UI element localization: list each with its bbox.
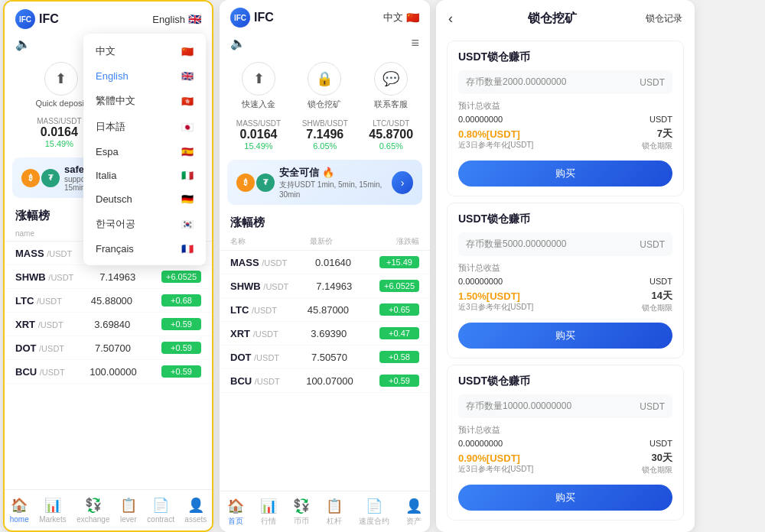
action-lock-mining[interactable]: 🔒 锁仓挖矿 <box>308 62 341 110</box>
banner[interactable]: ₿ ₮ 安全可信 🔥 支持USDT 1min, 5min, 15min, 30m… <box>227 160 422 205</box>
nav-markets[interactable]: 📊 行情 <box>260 498 277 527</box>
mass-value: 0.0164 <box>236 128 281 141</box>
nav-exchange[interactable]: 💱 币币 <box>293 498 310 527</box>
nav-contract[interactable]: 📄 contract <box>147 497 174 524</box>
table-row[interactable]: DOT /USDT 7.50700 +0.59 <box>5 336 212 360</box>
change-badge: +0.59 <box>161 365 201 378</box>
lang-item-spanish[interactable]: Espa🇪🇸 <box>83 140 206 164</box>
profit-label-3: 预计总收益 <box>458 424 500 436</box>
table-row[interactable]: SHWB /USDT 7.14963 +6.0525 <box>5 265 212 289</box>
logo-area: IFC IFC <box>230 8 274 28</box>
price-mass: MASS/USDT 0.0164 15.49% <box>236 119 281 151</box>
lang-item-traditional[interactable]: 繁體中文🇭🇰 <box>83 88 206 114</box>
rate-sub-1: 近3日参考年化[USDT] <box>458 140 533 151</box>
header: IFC IFC 中文 🇨🇳 <box>220 0 430 32</box>
hamburger-icon[interactable]: ≡ <box>411 35 419 51</box>
mass-change: 15.49% <box>236 141 281 151</box>
logo-icon: IFC <box>15 9 35 29</box>
profit-val-row-2: 0.00000000 USDT <box>458 277 672 286</box>
speed-contract-icon: 📄 <box>366 498 382 514</box>
nav-exchange[interactable]: 💱 exchange <box>76 497 109 524</box>
lang-item-english[interactable]: English🇬🇧 <box>83 64 206 88</box>
deposit-currency-2: USDT <box>640 239 665 250</box>
days-val-3: 30天 <box>642 451 672 465</box>
table-row[interactable]: XRT /USDT 3.69390 +0.47 <box>220 322 430 345</box>
coin-name: LTC /USDT <box>230 304 277 316</box>
shwb-value: 7.1496 <box>302 128 348 141</box>
profit-row-3: 预计总收益 <box>458 424 672 436</box>
language-label: 中文 <box>383 11 403 24</box>
nav-assets[interactable]: 👤 assets <box>184 497 207 524</box>
nav-home[interactable]: 🏠 首页 <box>227 498 244 527</box>
lang-item-chinese[interactable]: 中文🇨🇳 <box>83 38 206 64</box>
buy-button-3[interactable]: 购买 <box>458 485 672 511</box>
table-row[interactable]: LTC /USDT 45.87000 +0.65 <box>220 298 430 322</box>
nav-assets-label: 资产 <box>406 516 422 527</box>
logo-text: IFC <box>39 12 59 26</box>
rate-val-2: 1.50%[USDT] <box>458 290 533 302</box>
table-row[interactable]: BCU /USDT 100.07000 +0.59 <box>220 369 430 393</box>
days-val-1: 7天 <box>642 127 672 141</box>
table-row[interactable]: DOT /USDT 7.50570 +0.58 <box>220 345 430 369</box>
coin-name: DOT /USDT <box>230 352 279 363</box>
panel-lock-mining: ‹ 锁仓挖矿 锁仓记录 USDT锁仓赚币 存币数量2000.00000000 U… <box>436 0 695 532</box>
profit-currency-3: USDT <box>649 439 672 448</box>
nav-assets[interactable]: 👤 资产 <box>405 498 422 527</box>
action-deposit[interactable]: ⬆ Quick deposit <box>35 62 86 108</box>
buy-button-2[interactable]: 购买 <box>458 323 672 349</box>
deposit-row-1: 存币数量2000.00000000 USDT <box>458 70 672 94</box>
speaker-row: 🔈 ≡ <box>220 32 430 54</box>
btc-icon: ₿ <box>21 169 40 187</box>
logo-area: IFC IFC <box>15 9 59 29</box>
profit-val-3: 0.00000000 <box>458 439 503 448</box>
deposit-label: 快速入金 <box>242 99 275 110</box>
customer-service-label: 联系客服 <box>374 99 408 110</box>
banner-left: ₿ ₮ 安全可信 🔥 支持USDT 1min, 5min, 15min, 30m… <box>236 166 392 199</box>
change-badge: +6.0525 <box>379 280 419 292</box>
lang-item-korean[interactable]: 한국어공🇰🇷 <box>83 211 206 237</box>
table-row[interactable]: LTC /USDT 45.88000 +0.68 <box>5 289 212 313</box>
language-selector[interactable]: 中文 🇨🇳 <box>383 11 419 24</box>
price-cards: MASS/USDT 0.0164 15.49% SHWB/USDT 7.1496… <box>220 115 430 155</box>
banner-arrow-icon[interactable]: › <box>392 171 413 194</box>
panel-english: IFC IFC English 🇬🇧 中文🇨🇳 English🇬🇧 繁體中文🇭🇰… <box>3 0 213 532</box>
buy-button-1[interactable]: 购买 <box>458 161 672 187</box>
coin-name: LTC /USDT <box>15 295 62 307</box>
back-button[interactable]: ‹ <box>448 11 453 27</box>
assets-icon: 👤 <box>187 497 204 514</box>
lock-cards-list: USDT锁仓赚币 存币数量2000.00000000 USDT 预计总收益 0.… <box>436 34 695 521</box>
nav-home[interactable]: 🏠 home <box>10 497 29 524</box>
rate-row-1: 0.80%[USDT] 近3日参考年化[USDT] 7天 锁仓期限 <box>458 127 672 151</box>
banner-icons: ₿ ₮ <box>236 174 275 192</box>
action-customer-service[interactable]: 💬 联系客服 <box>374 62 408 110</box>
nav-markets-label: 行情 <box>261 516 276 527</box>
language-selector[interactable]: English 🇬🇧 <box>152 13 201 25</box>
coin-price: 100.00000 <box>90 366 136 378</box>
table-header: 名称 最新价 涨跌幅 <box>220 233 430 251</box>
nav-markets[interactable]: 📊 Markets <box>39 497 67 524</box>
table-row[interactable]: SHWB /USDT 7.14963 +6.0525 <box>220 274 430 298</box>
lang-item-german[interactable]: Deutsch🇩🇪 <box>83 187 206 211</box>
bottom-nav: 🏠 首页 📊 行情 💱 币币 📋 杠杆 📄 速度合约 👤 资产 <box>220 491 430 532</box>
coin-price: 7.14963 <box>99 271 135 283</box>
nav-speed-contract[interactable]: 📄 速度合约 <box>359 498 389 527</box>
deposit-label: Quick deposit <box>35 99 86 108</box>
nav-lever[interactable]: 📋 杠杆 <box>326 498 343 527</box>
change-badge: +0.68 <box>161 294 201 307</box>
table-row[interactable]: MASS /USDT 0.01640 +15.49 <box>220 251 430 274</box>
lang-item-italian[interactable]: Italia🇮🇹 <box>83 164 206 187</box>
market-table: 名称 最新价 涨跌幅 MASS /USDT 0.01640 +15.49 SHW… <box>220 233 430 393</box>
lang-item-japanese[interactable]: 日本語🇯🇵 <box>83 114 206 140</box>
price-mass: MASS/USDT 0.0164 15.49% <box>37 117 81 148</box>
profit-val-2: 0.00000000 <box>458 277 503 286</box>
profit-val-1: 0.00000000 <box>458 115 503 124</box>
table-row[interactable]: BCU /USDT 100.00000 +0.59 <box>5 360 212 384</box>
profit-currency-1: USDT <box>649 115 672 124</box>
nav-lever[interactable]: 📋 lever <box>120 497 137 524</box>
coin-name: XRT /USDT <box>15 319 63 330</box>
table-row[interactable]: XRT /USDT 3.69840 +0.59 <box>5 313 212 336</box>
profit-currency-2: USDT <box>649 277 672 286</box>
record-link[interactable]: 锁仓记录 <box>646 12 682 25</box>
action-deposit[interactable]: ⬆ 快速入金 <box>242 62 275 110</box>
lang-item-french[interactable]: Français🇫🇷 <box>83 237 206 261</box>
